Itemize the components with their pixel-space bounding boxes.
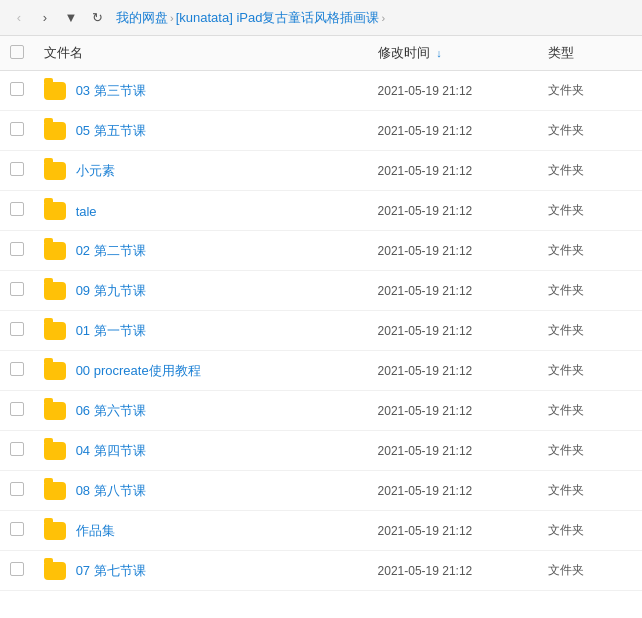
- table-row: 02 第二节课 2021-05-19 21:12 文件夹: [0, 231, 642, 271]
- row-name-cell: 06 第六节课: [34, 391, 368, 431]
- file-name[interactable]: 09 第九节课: [76, 283, 146, 298]
- file-name[interactable]: 01 第一节课: [76, 323, 146, 338]
- row-name-cell: 小元素: [34, 151, 368, 191]
- folder-icon: [44, 442, 66, 460]
- back-button[interactable]: ‹: [8, 7, 30, 29]
- file-list-container: 文件名 修改时间 ↓ 类型 03 第三节课 2021-05-19 21:12: [0, 36, 642, 618]
- row-checkbox-cell: [0, 471, 34, 511]
- table-row: 05 第五节课 2021-05-19 21:12 文件夹: [0, 111, 642, 151]
- row-checkbox[interactable]: [10, 402, 24, 416]
- folder-icon: [44, 122, 66, 140]
- row-checkbox-cell: [0, 111, 34, 151]
- row-name-cell: tale: [34, 191, 368, 231]
- table-row: 03 第三节课 2021-05-19 21:12 文件夹: [0, 71, 642, 111]
- file-name[interactable]: 07 第七节课: [76, 563, 146, 578]
- table-row: 01 第一节课 2021-05-19 21:12 文件夹: [0, 311, 642, 351]
- row-name-cell: 04 第四节课: [34, 431, 368, 471]
- row-name-cell: 作品集: [34, 511, 368, 551]
- row-date-cell: 2021-05-19 21:12: [368, 191, 539, 231]
- row-type-cell: 文件夹: [538, 311, 642, 351]
- row-type-cell: 文件夹: [538, 471, 642, 511]
- row-type-cell: 文件夹: [538, 271, 642, 311]
- file-name[interactable]: 02 第二节课: [76, 243, 146, 258]
- table-row: 06 第六节课 2021-05-19 21:12 文件夹: [0, 391, 642, 431]
- row-checkbox[interactable]: [10, 522, 24, 536]
- row-checkbox-cell: [0, 191, 34, 231]
- row-date-cell: 2021-05-19 21:12: [368, 311, 539, 351]
- header-date[interactable]: 修改时间 ↓: [368, 36, 539, 71]
- file-name[interactable]: 05 第五节课: [76, 123, 146, 138]
- folder-icon: [44, 82, 66, 100]
- row-type-cell: 文件夹: [538, 431, 642, 471]
- row-date-cell: 2021-05-19 21:12: [368, 231, 539, 271]
- file-name[interactable]: 04 第四节课: [76, 443, 146, 458]
- row-checkbox-cell: [0, 431, 34, 471]
- row-checkbox-cell: [0, 311, 34, 351]
- row-checkbox-cell: [0, 271, 34, 311]
- row-checkbox[interactable]: [10, 162, 24, 176]
- row-name-cell: 03 第三节课: [34, 71, 368, 111]
- breadcrumb-folder[interactable]: [kunatata] iPad复古童话风格插画课: [176, 9, 380, 27]
- table-row: 08 第八节课 2021-05-19 21:12 文件夹: [0, 471, 642, 511]
- row-checkbox[interactable]: [10, 442, 24, 456]
- breadcrumb-home[interactable]: 我的网盘: [116, 9, 168, 27]
- folder-icon: [44, 242, 66, 260]
- file-name[interactable]: 00 procreate使用教程: [76, 363, 201, 378]
- row-checkbox[interactable]: [10, 82, 24, 96]
- row-checkbox-cell: [0, 231, 34, 271]
- refresh-button[interactable]: ↻: [86, 7, 108, 29]
- folder-icon: [44, 362, 66, 380]
- row-checkbox-cell: [0, 351, 34, 391]
- header-name[interactable]: 文件名: [34, 36, 368, 71]
- table-row: tale 2021-05-19 21:12 文件夹: [0, 191, 642, 231]
- row-date-cell: 2021-05-19 21:12: [368, 271, 539, 311]
- row-checkbox[interactable]: [10, 242, 24, 256]
- forward-button[interactable]: ›: [34, 7, 56, 29]
- file-name[interactable]: 03 第三节课: [76, 83, 146, 98]
- file-table-body: 03 第三节课 2021-05-19 21:12 文件夹 05 第五节课 202…: [0, 71, 642, 591]
- table-row: 07 第七节课 2021-05-19 21:12 文件夹: [0, 551, 642, 591]
- navigation-bar: ‹ › ▼ ↻ 我的网盘 › [kunatata] iPad复古童话风格插画课 …: [0, 0, 642, 36]
- table-row: 00 procreate使用教程 2021-05-19 21:12 文件夹: [0, 351, 642, 391]
- folder-icon: [44, 482, 66, 500]
- row-checkbox[interactable]: [10, 362, 24, 376]
- dropdown-button[interactable]: ▼: [60, 7, 82, 29]
- row-name-cell: 01 第一节课: [34, 311, 368, 351]
- row-checkbox[interactable]: [10, 122, 24, 136]
- row-date-cell: 2021-05-19 21:12: [368, 71, 539, 111]
- row-name-cell: 07 第七节课: [34, 551, 368, 591]
- breadcrumb-sep-1: ›: [170, 12, 174, 24]
- row-type-cell: 文件夹: [538, 191, 642, 231]
- row-name-cell: 08 第八节课: [34, 471, 368, 511]
- header-checkbox[interactable]: [10, 45, 24, 59]
- folder-icon: [44, 402, 66, 420]
- row-date-cell: 2021-05-19 21:12: [368, 511, 539, 551]
- row-name-cell: 00 procreate使用教程: [34, 351, 368, 391]
- row-checkbox[interactable]: [10, 322, 24, 336]
- file-name[interactable]: tale: [76, 203, 97, 218]
- row-checkbox[interactable]: [10, 282, 24, 296]
- row-checkbox[interactable]: [10, 562, 24, 576]
- row-checkbox[interactable]: [10, 202, 24, 216]
- file-name[interactable]: 小元素: [76, 163, 115, 178]
- row-date-cell: 2021-05-19 21:12: [368, 431, 539, 471]
- row-checkbox-cell: [0, 391, 34, 431]
- folder-icon: [44, 322, 66, 340]
- file-name[interactable]: 06 第六节课: [76, 403, 146, 418]
- row-type-cell: 文件夹: [538, 391, 642, 431]
- folder-icon: [44, 562, 66, 580]
- table-header-row: 文件名 修改时间 ↓ 类型: [0, 36, 642, 71]
- row-date-cell: 2021-05-19 21:12: [368, 471, 539, 511]
- breadcrumb-sep-2: ›: [381, 12, 385, 24]
- row-checkbox-cell: [0, 151, 34, 191]
- header-type[interactable]: 类型: [538, 36, 642, 71]
- file-name[interactable]: 08 第八节课: [76, 483, 146, 498]
- sort-icon: ↓: [436, 47, 442, 59]
- row-date-cell: 2021-05-19 21:12: [368, 151, 539, 191]
- file-name[interactable]: 作品集: [76, 523, 115, 538]
- row-checkbox[interactable]: [10, 482, 24, 496]
- folder-icon: [44, 522, 66, 540]
- row-type-cell: 文件夹: [538, 551, 642, 591]
- row-type-cell: 文件夹: [538, 71, 642, 111]
- row-date-cell: 2021-05-19 21:12: [368, 551, 539, 591]
